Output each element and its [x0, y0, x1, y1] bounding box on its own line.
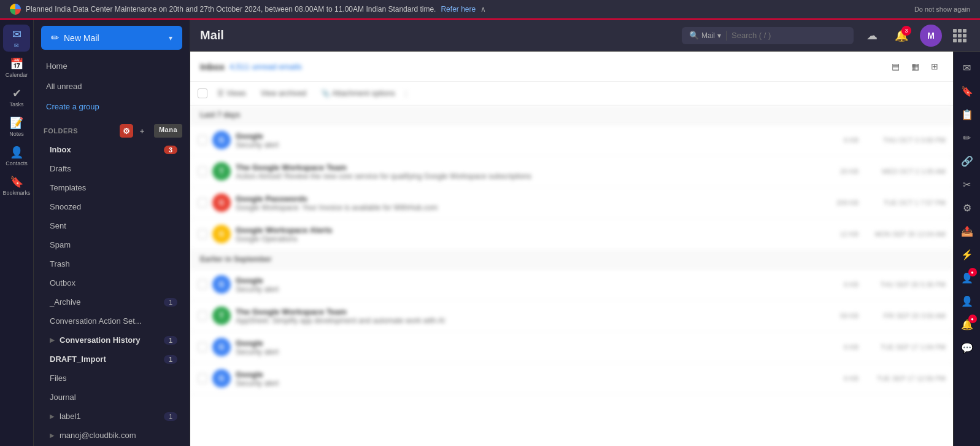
email-content: Google Security alert [236, 370, 820, 388]
lightning-icon: ⚡ [961, 249, 973, 260]
sidebar-item-outbox[interactable]: Outbox [36, 274, 187, 292]
banner-dismiss[interactable]: Do not show again [914, 6, 970, 13]
cloud-action-button[interactable]: ☁ [861, 25, 883, 47]
contacts-icon: 👤 [10, 146, 23, 159]
table-row[interactable]: G Google Passwords Google Workspace: You… [190, 187, 953, 219]
notifications-button[interactable]: 🔔 3 [890, 25, 912, 47]
add-folder-button[interactable]: + [136, 124, 149, 138]
nav-calendar[interactable]: 📅 Calendar [3, 54, 30, 81]
notes-icon: 📝 [10, 116, 23, 130]
table-view-icon: ⊞ [931, 61, 938, 71]
list-view-button[interactable]: ▤ [887, 58, 904, 75]
section-header-september: Earlier in September [190, 250, 953, 269]
sidebar-item-journal[interactable]: Journal [36, 388, 187, 406]
sidebar-item-archive[interactable]: _Archive 1 [36, 293, 187, 311]
sidebar-item-snoozed[interactable]: Snoozed [36, 198, 187, 216]
email-checkbox[interactable] [198, 135, 207, 145]
banner-link[interactable]: Refer here [441, 5, 476, 14]
sidebar-item-inbox[interactable]: Inbox 3 [36, 141, 187, 158]
email-date: THU OCT 3 3:00 PM [866, 136, 946, 144]
user2-icon: 👤 [961, 295, 973, 307]
manage-folders-button[interactable]: ⚙ [120, 124, 133, 138]
search-scope-chevron-icon: ▾ [717, 31, 721, 40]
right-sidebar-cut-button[interactable]: ✂ [956, 173, 978, 195]
nav-mail[interactable]: ✉ ✉ [3, 25, 30, 52]
new-mail-button[interactable]: ✏ New Mail ▾ [41, 26, 182, 50]
sidebar-item-conversation-history[interactable]: ▶ Conversation History 1 [36, 331, 187, 349]
sidebar-item-spam[interactable]: Spam [36, 236, 187, 254]
email-size: 6 KB [825, 375, 858, 382]
email-size: 6 KB [825, 343, 858, 351]
right-sidebar-bookmark-button[interactable]: 🔖 [956, 80, 978, 102]
right-sidebar-lightning-button[interactable]: ⚡ [956, 243, 978, 265]
sidebar-item-trash[interactable]: Trash [36, 255, 187, 273]
email-checkbox[interactable] [198, 166, 207, 176]
table-row[interactable]: G Google Security alert 6 KB TUE SEP 17 … [190, 332, 953, 363]
right-sidebar-export-button[interactable]: 📤 [956, 220, 978, 242]
right-sidebar-chat-button[interactable]: 💬 [956, 337, 978, 359]
sidebar-item-templates[interactable]: Templates [36, 179, 187, 197]
avatar: G [212, 369, 231, 388]
right-sidebar-user-button[interactable]: 👤 ● [956, 267, 978, 289]
attachment-options-button[interactable]: 📎 Attachment options [316, 87, 399, 100]
select-all-checkbox[interactable] [198, 88, 207, 98]
sidebar-item-label1[interactable]: ▶ label1 1 [36, 407, 187, 425]
nav-notes[interactable]: 📝 Notes [3, 113, 30, 140]
table-row[interactable]: G Google Security alert 6 KB THU SEP 26 … [190, 269, 953, 300]
right-sidebar-notification-button[interactable]: 🔔 ● [956, 313, 978, 335]
email-checkbox[interactable] [198, 198, 207, 208]
right-sidebar-link-button[interactable]: 🔗 [956, 150, 978, 172]
right-sidebar-user2-button[interactable]: 👤 [956, 290, 978, 312]
inbox-count: 3 [164, 146, 177, 154]
sidebar-create-group[interactable]: Create a group [36, 97, 187, 116]
sidebar-item-draft-import[interactable]: DRAFT_Import 1 [36, 350, 187, 368]
sidebar-home[interactable]: Home [36, 57, 187, 76]
nav-tasks[interactable]: ✔ Tasks [3, 84, 30, 111]
search-input[interactable] [731, 31, 835, 40]
sidebar-item-manoj-email[interactable]: ▶ manoj@cloudbik.com [36, 426, 187, 444]
table-row[interactable]: T The Google Workspace Team AppSheet: Si… [190, 300, 953, 332]
email-checkbox[interactable] [198, 311, 207, 321]
email-checkbox[interactable] [198, 342, 207, 352]
email-unread-count[interactable]: 4,511 unread emails [230, 62, 302, 71]
email-date: TUE SEP 17 1:04 PM [866, 343, 946, 351]
sidebar: ✏ New Mail ▾ Home All unread Create a gr… [34, 20, 190, 446]
sidebar-item-sent[interactable]: Sent [36, 217, 187, 235]
avatar: G [212, 338, 231, 356]
email-area: Inbox 4,511 unread emails ▤ ▦ ⊞ [190, 52, 953, 446]
email-meta: 20 KB WED OCT 2 1:05 AM [825, 168, 946, 175]
email-checkbox[interactable] [198, 280, 207, 289]
apps-grid-button[interactable] [949, 25, 970, 46]
sidebar-item-drafts[interactable]: Drafts [36, 160, 187, 178]
table-view-button[interactable]: ⊞ [926, 58, 943, 75]
right-sidebar-settings-button[interactable]: ⚙ [956, 197, 978, 219]
table-row[interactable]: G Google Security alert 6 KB THU OCT 3 3… [190, 125, 953, 156]
sidebar-all-unread[interactable]: All unread [36, 77, 187, 96]
right-sidebar-edit-button[interactable]: ✏ [956, 127, 978, 149]
email-checkbox[interactable] [198, 374, 207, 383]
table-row[interactable]: G Google Security alert 6 KB TUE SEP 17 … [190, 363, 953, 394]
search-bar[interactable]: 🔍 Mail ▾ [682, 27, 854, 44]
nav-bookmarks[interactable]: 🔖 Bookmarks [3, 172, 30, 199]
toolbar-separator: | [405, 89, 407, 98]
email-subject: AppSheet: Simplify app development and a… [236, 316, 820, 325]
sidebar-item-files[interactable]: Files [36, 369, 187, 387]
avatar: T [212, 307, 231, 325]
email-checkbox[interactable] [198, 229, 207, 239]
sidebar-item-conversation-action[interactable]: Conversation Action Set... [36, 312, 187, 330]
banner-collapse-icon[interactable]: ∧ [480, 5, 486, 14]
chat-icon: 💬 [961, 342, 973, 354]
right-sidebar-mail-button[interactable]: ✉ [956, 57, 978, 79]
user-avatar[interactable]: M [920, 25, 942, 47]
views-button[interactable]: ☰ Views [212, 87, 251, 100]
view-archived-button[interactable]: View archived [256, 87, 311, 100]
email-date: TUE OCT 1 7:57 PM [866, 199, 946, 206]
table-row[interactable]: G Google Workspace Alerts Google Operati… [190, 219, 953, 250]
right-sidebar-clipboard-button[interactable]: 📋 [956, 103, 978, 125]
nav-contacts[interactable]: 👤 Contacts [3, 143, 30, 170]
table-row[interactable]: T The Google Workspace Team Action Almos… [190, 156, 953, 187]
notification-badge: 3 [901, 26, 911, 36]
email-meta: 6 KB TUE SEP 17 1:04 PM [825, 343, 946, 351]
new-mail-chevron-icon: ▾ [169, 34, 172, 42]
card-view-button[interactable]: ▦ [906, 58, 924, 75]
